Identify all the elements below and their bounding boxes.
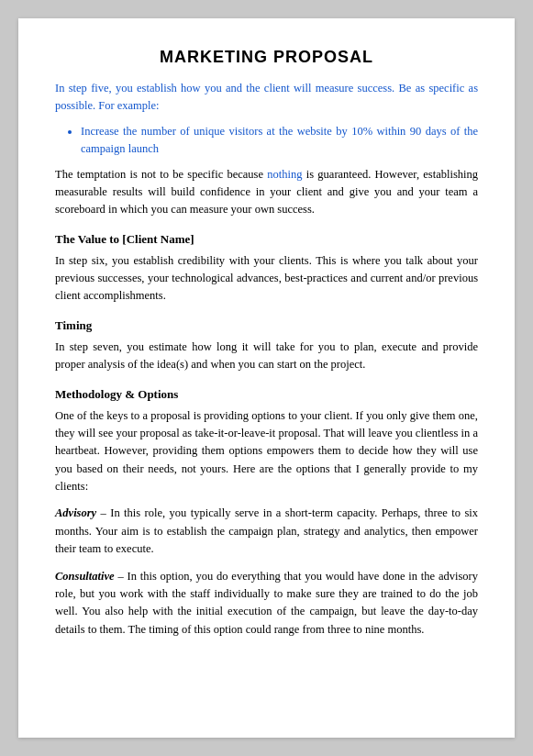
temptation-paragraph: The temptation is not to be specific bec…	[55, 166, 478, 219]
intro-paragraph: In step five, you establish how you and …	[55, 80, 478, 116]
timing-heading: Timing	[55, 318, 478, 333]
methodology-paragraph: One of the keys to a proposal is providi…	[55, 407, 478, 496]
page-title: MARKETING PROPOSAL	[55, 48, 478, 67]
consultative-term: Consultative	[55, 570, 115, 583]
timing-paragraph: In step seven, you estimate how long it …	[55, 339, 478, 374]
advisory-paragraph: Advisory – In this role, you typically s…	[55, 505, 478, 558]
consultative-paragraph: Consultative – In this option, you do ev…	[55, 568, 478, 639]
list-item: Increase the number of unique visitors a…	[81, 123, 478, 159]
value-paragraph: In step six, you establish credibility w…	[55, 252, 478, 306]
nothing-highlight: nothing	[267, 168, 302, 181]
value-heading: The Value to [Client Name]	[55, 232, 478, 247]
advisory-term: Advisory	[55, 506, 96, 519]
document-page: MARKETING PROPOSAL In step five, you est…	[18, 18, 515, 738]
methodology-heading: Methodology & Options	[55, 387, 478, 402]
bullet-list: Increase the number of unique visitors a…	[81, 123, 478, 159]
